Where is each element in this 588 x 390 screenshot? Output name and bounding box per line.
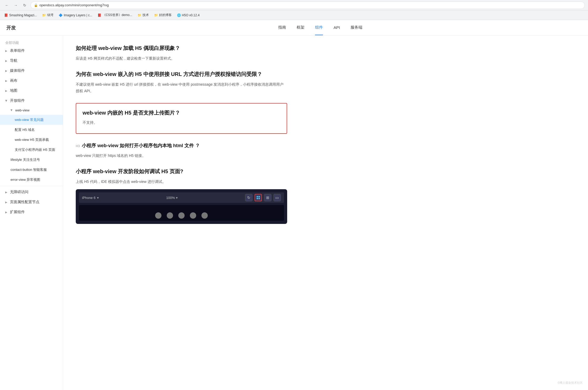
- sidebar-item-webview-alipay-label: 支付宝小程序内嵌 H5 页面: [15, 147, 55, 152]
- address-bar[interactable]: 🔒 opendocs.alipay.com/mini/component/mg7…: [31, 2, 585, 9]
- svg-rect-3: [258, 198, 260, 199]
- watermark: ©稀土掘金技术社区: [557, 381, 583, 385]
- bookmark-tech-label: 技术: [143, 13, 149, 17]
- sim-scan-icon: [178, 212, 185, 219]
- site-title: 开发: [6, 25, 59, 31]
- doc-section-1-heading: 如何处理 web-view 加载 H5 偶现白屏现象？: [76, 44, 287, 52]
- svg-rect-2: [257, 198, 258, 199]
- doc-section-5-body: 上线 H5 代码，IDE 模拟器中点击 web-view 进行调试。: [76, 178, 287, 185]
- doc-section-4-body: web-view 只能打开 https 域名的 H5 链接。: [76, 152, 287, 159]
- sidebar-divider-1: [0, 186, 63, 186]
- bookmark-h5o[interactable]: 🌐 H5O v0.12.4: [175, 12, 202, 18]
- sim-grid-button[interactable]: [255, 194, 262, 201]
- sim-home-icon: [155, 212, 161, 219]
- sidebar-item-errorview[interactable]: error-view 异常视图: [0, 175, 63, 185]
- sidebar-item-form[interactable]: ▶ 表单组件: [0, 46, 63, 56]
- doc-section-4-heading-text: 小程序 web-view 如何打开小程序包内本地 html 文件 ？: [82, 143, 200, 148]
- sidebar-item-open[interactable]: ▶ 开放组件: [0, 96, 63, 106]
- sidebar-item-map[interactable]: ▶ 地图: [0, 86, 63, 96]
- chevron-down-icon: ▶: [5, 100, 8, 102]
- chevron-right-icon: ▶: [5, 49, 7, 52]
- sidebar-item-lifestyle[interactable]: lifestyle 关注生活号: [0, 155, 63, 165]
- tab-component[interactable]: 组件: [315, 20, 323, 35]
- doc-section-3-body: 不支持。: [83, 119, 280, 126]
- bookmark-h5o-label: H5O v0.12.4: [182, 13, 200, 17]
- bookmark-lvwan[interactable]: 📁 绿湾: [40, 12, 55, 18]
- bookmark-imagery-label: Imagery Layers | c...: [64, 13, 92, 17]
- sidebar-item-contact-label: contact-button 智能客服: [11, 167, 47, 172]
- bookmark-blog-icon: 📁: [154, 13, 158, 17]
- sidebar-item-lifestyle-label: lifestyle 关注生活号: [11, 157, 40, 162]
- sidebar-item-ext[interactable]: ▶ 扩展组件: [0, 207, 63, 217]
- bookmark-css-label: 《CSS世界》demo...: [103, 13, 132, 17]
- sidebar-item-map-label: 地图: [10, 88, 17, 93]
- doc-section-3-heading: web-view 内嵌的 H5 是否支持上传图片？: [83, 109, 280, 117]
- doc-content: 如何处理 web-view 加载 H5 偶现白屏现象？ 应该是 H5 网页样式的…: [63, 36, 300, 390]
- simulator-controls: ↻ ⊞ ▭: [245, 194, 281, 201]
- back-button[interactable]: ←: [3, 2, 11, 9]
- doc-section-5: 小程序 web-view 开发阶段如何调试 H5 页面? 上线 H5 代码，ID…: [76, 167, 287, 224]
- tab-guide[interactable]: 指南: [278, 20, 286, 35]
- lock-icon: 🔒: [34, 3, 38, 7]
- sim-refresh-button[interactable]: ↻: [245, 194, 252, 201]
- tab-framework[interactable]: 框架: [297, 20, 305, 35]
- refresh-button[interactable]: ↻: [21, 2, 28, 9]
- zoom-value: 100%: [166, 196, 175, 200]
- sim-more-button[interactable]: ▭: [273, 194, 281, 201]
- sidebar-item-webview-h5[interactable]: web-view H5 页面承载: [0, 135, 63, 145]
- bookmark-css-icon: 📕: [98, 13, 102, 17]
- tab-api[interactable]: API: [333, 20, 340, 35]
- bookmark-tech[interactable]: 📁 技术: [135, 12, 151, 18]
- sidebar-item-accessibility[interactable]: ▶ 无障碍访问: [0, 187, 63, 197]
- sidebar-truncated: 全部功能: [0, 39, 63, 46]
- grid-icon: [256, 196, 260, 199]
- sim-location-icon: [167, 212, 173, 219]
- sidebar-item-form-label: 表单组件: [10, 48, 25, 53]
- sidebar-item-contact[interactable]: contact-button 智能客服: [0, 165, 63, 175]
- simulator-bottom-bar: [150, 210, 213, 221]
- bookmark-css[interactable]: 📕 《CSS世界》demo...: [95, 12, 134, 18]
- forward-button[interactable]: →: [12, 2, 19, 9]
- doc-section-5-heading: 小程序 web-view 开发阶段如何调试 H5 页面?: [76, 167, 287, 175]
- simulator-device: iPhone 6 ▾: [82, 196, 99, 200]
- bookmark-smashing-label: Smashing Magazi...: [9, 13, 37, 17]
- sim-share-button[interactable]: ⊞: [264, 194, 271, 201]
- sidebar-item-webview-faq-label: web-view 常见问题: [15, 117, 44, 122]
- doc-section-1: 如何处理 web-view 加载 H5 偶现白屏现象？ 应该是 H5 网页样式的…: [76, 44, 287, 62]
- chevron-right-icon: ▶: [5, 79, 7, 82]
- bookmark-h5o-icon: 🌐: [177, 13, 181, 17]
- sidebar-item-webview[interactable]: ▶ web-view: [0, 106, 63, 115]
- bookmark-smashing[interactable]: 📕 Smashing Magazi...: [2, 12, 39, 18]
- sidebar-item-nav[interactable]: ▶ 导航: [0, 56, 63, 66]
- bookmark-imagery[interactable]: 🔷 Imagery Layers | c...: [57, 12, 94, 18]
- sidebar-item-webview-alipay[interactable]: 支付宝小程序内嵌 H5 页面: [0, 145, 63, 155]
- sidebar-item-accessibility-label: 无障碍访问: [10, 190, 28, 194]
- sidebar-item-page-props[interactable]: ▶ 页面属性配置节点: [0, 197, 63, 207]
- chevron-down-icon-device: ▾: [97, 196, 99, 200]
- doc-section-1-body: 应该是 H5 网页样式的不适配，建议检查一下重新设置样式。: [76, 55, 287, 62]
- bookmark-blog[interactable]: 📁 好的博客: [152, 12, 174, 18]
- sidebar-item-webview-h5-label: web-view H5 页面承载: [15, 137, 49, 142]
- bookmarks-bar: 📕 Smashing Magazi... 📁 绿湾 🔷 Imagery Laye…: [0, 11, 588, 20]
- simulator-preview: iPhone 6 ▾ 100% ▾ ↻: [76, 189, 287, 224]
- sidebar-item-canvas[interactable]: ▶ 画布: [0, 76, 63, 86]
- sidebar-item-errorview-label: error-view 异常视图: [11, 177, 40, 182]
- sidebar-item-webview-domain[interactable]: 配置 H5 域名: [0, 125, 63, 135]
- device-name: iPhone 6: [82, 196, 95, 200]
- bookmark-lvwan-label: 绿湾: [47, 13, 53, 17]
- bookmark-smashing-icon: 📕: [4, 13, 8, 17]
- simulator-zoom: 100% ▾: [166, 196, 178, 200]
- h3-prefix-label: H3: [76, 144, 80, 148]
- doc-section-4: H3小程序 web-view 如何打开小程序包内本地 html 文件 ？ web…: [76, 142, 287, 159]
- sidebar-item-media[interactable]: ▶ 媒体组件: [0, 66, 63, 76]
- sidebar-item-webview-label: web-view: [15, 108, 29, 112]
- svg-rect-0: [257, 196, 258, 197]
- chevron-right-icon: ▶: [5, 69, 7, 72]
- content-area: 全部功能 ▶ 表单组件 ▶ 导航 ▶ 媒体组件 ▶ 画布 ▶ 地图: [0, 36, 588, 390]
- simulator-screen: [79, 205, 284, 221]
- tab-service[interactable]: 服务端: [351, 20, 362, 35]
- sidebar-item-webview-faq[interactable]: web-view 常见问题: [0, 115, 63, 125]
- svg-rect-1: [258, 196, 260, 197]
- nav-tabs: 指南 框架 组件 API 服务端: [59, 20, 582, 35]
- sim-shield-icon: [201, 212, 208, 219]
